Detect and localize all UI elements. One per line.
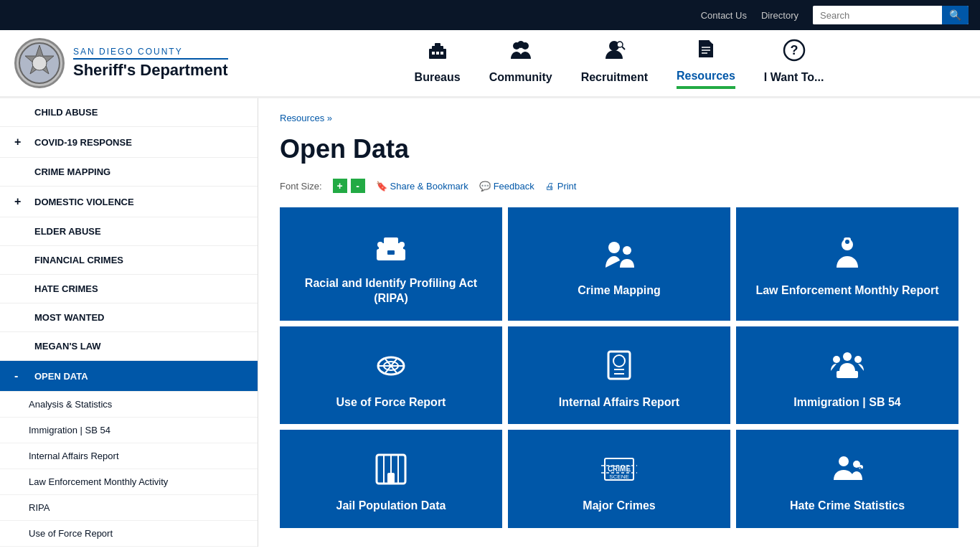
nav-i-want-to[interactable]: ? I Want To... <box>764 39 824 88</box>
card-crime-mapping[interactable]: Crime Mapping <box>508 207 730 321</box>
search-form: 🔍 <box>813 6 969 24</box>
card-internal-affairs[interactable]: Internal Affairs Report <box>508 326 730 425</box>
svg-rect-7 <box>436 52 439 55</box>
card-law-enforcement[interactable]: Law Enforcement Monthly Report <box>736 207 958 321</box>
sidebar-sub-analysis-statistics[interactable]: Analysis & Statistics <box>0 392 258 418</box>
sidebar-item-open-data[interactable]: - Open Data <box>0 361 258 392</box>
svg-point-28 <box>608 242 620 253</box>
sidebar-item-label: Elder Abuse <box>34 226 101 237</box>
nav-recruitment-label: Recruitment <box>581 71 648 84</box>
sidebar-item-label: Open Data <box>34 371 88 382</box>
svg-point-56 <box>839 456 849 466</box>
print-link[interactable]: 🖨 Print <box>545 181 577 192</box>
svg-rect-26 <box>400 246 403 252</box>
sub-item-label: RIPA <box>29 502 50 513</box>
svg-point-43 <box>833 356 840 363</box>
font-increase-button[interactable]: + <box>333 179 347 193</box>
major-crimes-icon: CRIME SCENE <box>601 451 637 490</box>
breadcrumb-link[interactable]: Resources <box>280 113 324 123</box>
sidebar-item-covid19[interactable]: + COVID-19 Response <box>0 127 258 158</box>
sidebar-sub-immigration-sb54[interactable]: Immigration | SB 54 <box>0 418 258 443</box>
svg-rect-50 <box>387 473 395 484</box>
hate-crime-icon <box>829 451 865 490</box>
ripa-icon <box>373 229 409 268</box>
share-icon: 🔖 <box>376 181 387 192</box>
nav-recruitment[interactable]: Recruitment <box>581 39 648 88</box>
nav-community[interactable]: Community <box>489 39 552 88</box>
svg-point-42 <box>843 352 852 361</box>
svg-rect-22 <box>384 237 398 245</box>
sidebar-item-most-wanted[interactable]: Most Wanted <box>0 303 258 332</box>
main-content: Resources » Open Data Font Size: + - 🔖 S… <box>258 98 980 547</box>
share-bookmark-link[interactable]: 🔖 Share & Bookmark <box>376 181 468 192</box>
feedback-link[interactable]: 💬 Feedback <box>479 181 534 192</box>
card-major-crimes[interactable]: CRIME SCENE Major Crimes <box>508 430 730 528</box>
sidebar-item-label: Most Wanted <box>34 312 105 323</box>
svg-text:SCENE: SCENE <box>609 474 629 480</box>
breadcrumb: Resources » <box>280 113 958 123</box>
card-immigration[interactable]: Immigration | SB 54 <box>736 326 958 425</box>
svg-rect-6 <box>432 52 435 55</box>
card-immigration-label: Immigration | SB 54 <box>793 395 900 410</box>
sub-item-label: Use of Force Report <box>29 528 113 539</box>
nav-resources[interactable]: Resources <box>677 37 735 89</box>
svg-rect-45 <box>837 371 858 378</box>
svg-line-14 <box>622 47 625 50</box>
department-name: Sheriff's Department <box>73 61 228 80</box>
sidebar-item-financial-crimes[interactable]: Financial Crimes <box>0 246 258 275</box>
svg-text:?: ? <box>790 43 798 57</box>
svg-point-2 <box>32 56 47 70</box>
nav-resources-label: Resources <box>677 70 735 83</box>
sidebar-item-megans-law[interactable]: Megan's Law <box>0 332 258 361</box>
sidebar-sub-use-of-force[interactable]: Use of Force Report <box>0 521 258 547</box>
card-major-crimes-label: Major Crimes <box>583 499 655 514</box>
font-decrease-button[interactable]: - <box>351 179 365 193</box>
nav-bureaus[interactable]: Bureaus <box>415 39 461 88</box>
sidebar-sub-ripa[interactable]: RIPA <box>0 495 258 521</box>
sidebar-item-elder-abuse[interactable]: Elder Abuse <box>0 217 258 246</box>
sidebar-item-label: Domestic Violence <box>34 197 134 207</box>
sidebar-item-crime-mapping[interactable]: Crime Mapping <box>0 158 258 187</box>
sidebar-item-label: Financial Crimes <box>34 255 123 265</box>
bureaus-icon <box>426 39 449 67</box>
contact-us-link[interactable]: Contact Us <box>701 10 747 21</box>
card-ripa[interactable]: Racial and Identify Profiling Act (RIPA) <box>280 207 502 321</box>
sidebar-sub-internal-affairs[interactable]: Internal Affairs Report <box>0 443 258 469</box>
sidebar-item-hate-crimes[interactable]: Hate Crimes <box>0 275 258 303</box>
sidebar-item-label: Child Abuse <box>34 107 98 118</box>
search-input[interactable] <box>813 6 942 24</box>
sidebar-sub-law-enforcement-monthly[interactable]: Law Enforcement Monthly Activity <box>0 469 258 495</box>
card-hate-crime-statistics-label: Hate Crime Statistics <box>790 499 905 514</box>
search-button[interactable]: 🔍 <box>942 6 969 24</box>
svg-rect-5 <box>435 43 440 47</box>
card-jail-population-label: Jail Population Data <box>336 499 446 514</box>
directory-link[interactable]: Directory <box>761 10 798 21</box>
nav-i-want-to-label: I Want To... <box>764 71 824 84</box>
card-internal-affairs-label: Internal Affairs Report <box>559 395 679 410</box>
law-enforcement-icon <box>829 236 865 275</box>
sidebar-item-label: Megan's Law <box>34 341 101 352</box>
sidebar-sub-menu: Analysis & Statistics Immigration | SB 5… <box>0 392 258 547</box>
sidebar-item-domestic-violence[interactable]: + Domestic Violence <box>0 187 258 217</box>
i-want-to-icon: ? <box>783 39 806 67</box>
card-jail-population[interactable]: Jail Population Data <box>280 430 502 528</box>
card-hate-crime-statistics[interactable]: Hate Crime Statistics <box>736 430 958 528</box>
svg-rect-25 <box>379 246 382 252</box>
sidebar-item-child-abuse[interactable]: Child Abuse <box>0 98 258 127</box>
card-use-of-force[interactable]: Use of Force Report <box>280 326 502 425</box>
expand-icon: - <box>14 369 27 382</box>
county-name: SAN DIEGO COUNTY <box>73 47 228 60</box>
main-nav: Bureaus Community Recruitment Resources … <box>273 37 966 89</box>
font-size-label: Font Size: <box>280 181 322 192</box>
badge-logo <box>14 38 65 88</box>
recruitment-icon <box>603 39 626 67</box>
sidebar-item-label: Crime Mapping <box>34 166 110 177</box>
sub-item-label: Law Enforcement Monthly Activity <box>29 476 168 487</box>
svg-text:CRIME: CRIME <box>608 465 631 473</box>
card-law-enforcement-label: Law Enforcement Monthly Report <box>755 283 938 298</box>
feedback-icon: 💬 <box>479 181 491 192</box>
expand-icon: + <box>14 195 27 208</box>
sidebar-item-label: COVID-19 Response <box>34 137 132 148</box>
card-use-of-force-label: Use of Force Report <box>336 395 446 410</box>
use-of-force-icon <box>373 348 409 387</box>
